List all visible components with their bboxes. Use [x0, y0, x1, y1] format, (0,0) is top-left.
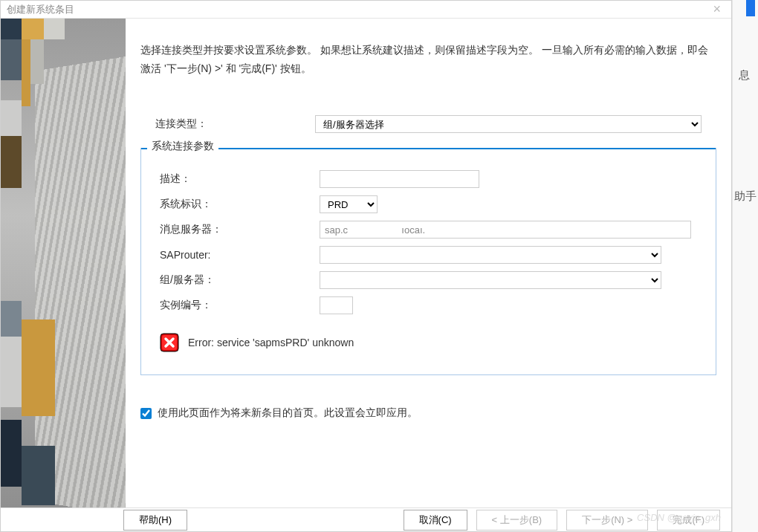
default-page-label: 使用此页面作为将来新条目的首页。此设置会立即应用。 [158, 406, 418, 420]
titlebar: 创建新系统条目 × [1, 1, 731, 19]
right-sidebar-fragment: 息 助手 [732, 0, 758, 532]
watermark: CSDN @gavin_gxh [637, 512, 721, 523]
dialog-title: 创建新系统条目 [7, 3, 74, 16]
group-server-label: 组/服务器： [152, 273, 320, 287]
next-button[interactable]: 下一步(N) > [566, 510, 648, 531]
description-input[interactable] [320, 170, 479, 188]
fieldset-legend: 系统连接参数 [147, 140, 218, 153]
system-id-label: 系统标识： [152, 198, 320, 211]
help-button[interactable]: 帮助(H) [123, 510, 187, 531]
wizard-banner-image [1, 19, 126, 513]
accent-fragment [746, 0, 755, 16]
connection-type-select[interactable]: 组/服务器选择 [315, 115, 702, 133]
default-page-checkbox[interactable] [140, 408, 152, 419]
message-server-label: 消息服务器： [152, 223, 320, 236]
system-id-select[interactable]: PRD [320, 195, 378, 213]
instance-input[interactable] [320, 296, 353, 314]
connection-type-label: 连接类型： [140, 117, 315, 131]
back-button[interactable]: < 上一步(B) [476, 510, 558, 531]
intro-text: 选择连接类型并按要求设置系统参数。 如果想让系统建议描述，则保留描述字段为空。 … [140, 41, 716, 78]
saprouter-label: SAProuter: [152, 249, 320, 261]
group-server-select[interactable] [320, 271, 661, 289]
close-icon[interactable]: × [708, 1, 725, 17]
saprouter-select[interactable] [320, 246, 661, 264]
message-server-input[interactable] [320, 221, 691, 239]
error-icon [160, 333, 179, 352]
instance-label: 实例编号： [152, 299, 320, 312]
cancel-button[interactable]: 取消(C) [404, 510, 467, 531]
description-label: 描述： [152, 172, 320, 186]
dialog-footer: 帮助(H) 取消(C) < 上一步(B) 下一步(N) > 完成(F) [1, 507, 731, 531]
error-message: Error: service 'sapmsPRD' unknown [188, 337, 354, 348]
system-params-fieldset: 系统连接参数 描述： 系统标识： PRD 消息服务器： SAProuter: [140, 148, 716, 375]
